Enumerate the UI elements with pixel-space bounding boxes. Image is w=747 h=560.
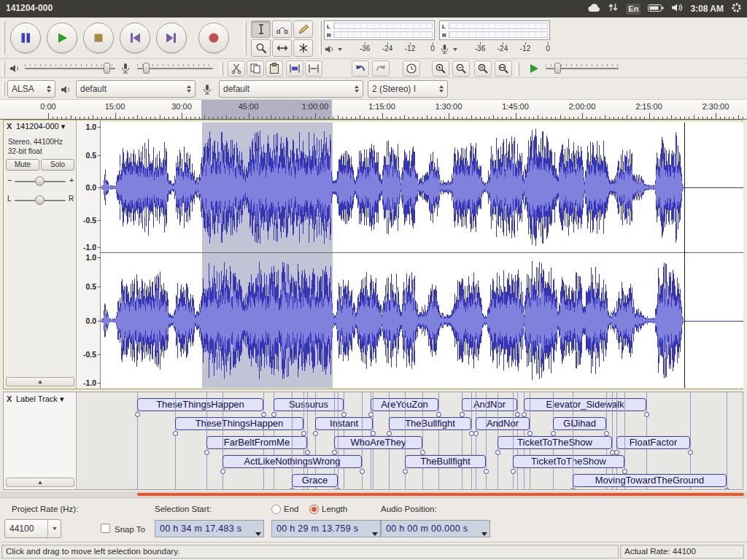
- label-pill[interactable]: MovingTowardTheGround: [573, 474, 727, 487]
- label-pill[interactable]: TheBullfight: [405, 455, 486, 468]
- envelope-tool-button[interactable]: [272, 20, 292, 38]
- label-boundary-line[interactable]: [476, 392, 476, 489]
- label-boundary-line[interactable]: [727, 392, 727, 489]
- skip-to-end-button[interactable]: [156, 23, 187, 53]
- label-track-title-menu[interactable]: Label Track ▾: [16, 394, 63, 404]
- toolbar-grip[interactable]: [2, 21, 5, 55]
- record-button[interactable]: [198, 23, 229, 53]
- label-pill[interactable]: TicketToTheShow: [513, 455, 624, 468]
- redo-button[interactable]: [372, 61, 390, 77]
- solo-button[interactable]: Solo: [41, 159, 74, 171]
- label-handle[interactable]: [460, 412, 465, 417]
- label-handle[interactable]: [527, 431, 533, 436]
- label-handle[interactable]: [387, 431, 392, 436]
- sync-lock-clock-button[interactable]: [403, 61, 420, 77]
- track-title-menu[interactable]: 141204-000 ▾: [16, 122, 65, 131]
- label-handle[interactable]: [173, 431, 178, 436]
- play-button[interactable]: [47, 23, 77, 53]
- label-boundary-line[interactable]: [362, 392, 363, 489]
- skip-to-start-button[interactable]: [120, 23, 150, 53]
- toolbar-grip[interactable]: [220, 63, 223, 76]
- output-volume-slider[interactable]: [25, 68, 115, 69]
- timeline-ruler[interactable]: 0:0015:0030:0045:001:00:001:15:001:30:00…: [0, 100, 747, 120]
- label-pill[interactable]: Elevator_Sidewalk: [524, 398, 646, 411]
- playback-meter[interactable]: L R -36-24-120: [324, 20, 435, 57]
- label-boundary-line[interactable]: [471, 392, 472, 489]
- label-handle[interactable]: [644, 412, 649, 417]
- toolbar-grip[interactable]: [2, 82, 5, 96]
- multi-tool-button[interactable]: [293, 39, 313, 57]
- label-handle[interactable]: [515, 412, 520, 417]
- label-handle[interactable]: [220, 469, 225, 474]
- toolbar-grip[interactable]: [2, 63, 5, 76]
- label-boundary-line[interactable]: [513, 392, 514, 489]
- label-handle[interactable]: [371, 431, 376, 436]
- playback-speed-thumb[interactable]: [554, 63, 561, 74]
- track-close-button[interactable]: X: [7, 122, 12, 131]
- label-boundary-line[interactable]: [438, 392, 439, 489]
- label-pill[interactable]: Grace: [292, 474, 338, 487]
- label-handle[interactable]: [261, 412, 266, 417]
- undo-button[interactable]: [352, 61, 369, 77]
- label-handle[interactable]: [305, 450, 310, 455]
- label-pill[interactable]: Sussurus: [274, 398, 344, 411]
- label-handle[interactable]: [271, 412, 276, 417]
- paste-button[interactable]: [266, 61, 283, 77]
- label-handle[interactable]: [522, 412, 527, 417]
- label-handle[interactable]: [360, 469, 365, 474]
- fit-selection-button[interactable]: [474, 61, 492, 77]
- fit-project-button[interactable]: [495, 61, 512, 77]
- label-handle[interactable]: [614, 450, 619, 455]
- toolbar-grip[interactable]: [319, 21, 322, 55]
- play-at-speed-button[interactable]: [525, 61, 543, 77]
- vertical-amplitude-ruler[interactable]: 1.00.50.0-0.5-1.01.00.50.0-0.5-1.0: [77, 120, 101, 389]
- mute-button[interactable]: Mute: [6, 159, 39, 171]
- label-handle[interactable]: [336, 488, 341, 489]
- zoom-in-button[interactable]: [432, 61, 449, 77]
- playback-meter-menu[interactable]: [324, 44, 343, 55]
- label-handle[interactable]: [622, 469, 627, 474]
- playback-device-combo[interactable]: default: [76, 80, 196, 98]
- silence-audio-button[interactable]: [305, 61, 322, 77]
- label-handle[interactable]: [484, 469, 489, 474]
- label-track-area[interactable]: TheseThingsHappenSussurusAreYouZonAndNor…: [77, 392, 743, 489]
- dropdown-arrow-icon[interactable]: [481, 528, 487, 538]
- label-pill[interactable]: Instant: [315, 417, 373, 430]
- waveform-right-channel[interactable]: [101, 253, 743, 388]
- label-pill[interactable]: GIJihad: [553, 417, 606, 430]
- network-updown-icon[interactable]: [608, 2, 619, 15]
- recording-meter[interactable]: L R -36-24-120: [439, 20, 550, 57]
- recording-device-combo[interactable]: default: [219, 80, 363, 98]
- recording-meter-menu[interactable]: [439, 44, 458, 55]
- selection-tool-button[interactable]: [251, 20, 271, 38]
- label-handle[interactable]: [473, 431, 479, 436]
- zoom-out-button[interactable]: [452, 61, 470, 77]
- pause-button[interactable]: [10, 23, 41, 53]
- label-handle[interactable]: [570, 488, 576, 489]
- label-pill[interactable]: TheseThingsHappen: [175, 417, 303, 430]
- draw-tool-button[interactable]: [293, 20, 313, 38]
- battery-icon[interactable]: [648, 2, 664, 15]
- label-handle[interactable]: [420, 450, 425, 455]
- input-volume-thumb[interactable]: [143, 63, 150, 74]
- waveform-left-channel[interactable]: [101, 122, 743, 252]
- horizontal-scrollbar-thumb[interactable]: [137, 493, 744, 496]
- label-boundary-line[interactable]: [486, 392, 487, 489]
- system-clock[interactable]: 3:08 AM: [690, 4, 724, 14]
- end-radio[interactable]: [271, 505, 281, 514]
- label-track-collapse-button[interactable]: ▲: [6, 478, 74, 487]
- session-gear-icon[interactable]: [731, 2, 742, 16]
- audio-host-combo[interactable]: ALSA: [7, 80, 55, 98]
- trim-audio-button[interactable]: [286, 61, 303, 77]
- label-boundary-line[interactable]: [222, 392, 223, 489]
- label-handle[interactable]: [341, 412, 347, 417]
- cut-button[interactable]: [228, 61, 245, 77]
- gain-slider-thumb[interactable]: [35, 176, 44, 186]
- label-pill[interactable]: AndNor: [476, 417, 530, 430]
- label-boundary-line[interactable]: [422, 392, 423, 489]
- label-handle[interactable]: [290, 488, 295, 489]
- label-handle[interactable]: [495, 450, 500, 455]
- label-pill[interactable]: TheBullfight: [389, 417, 471, 430]
- label-handle[interactable]: [313, 431, 318, 436]
- selection-length-field[interactable]: 00 h 29 m 13.759 s: [271, 520, 381, 537]
